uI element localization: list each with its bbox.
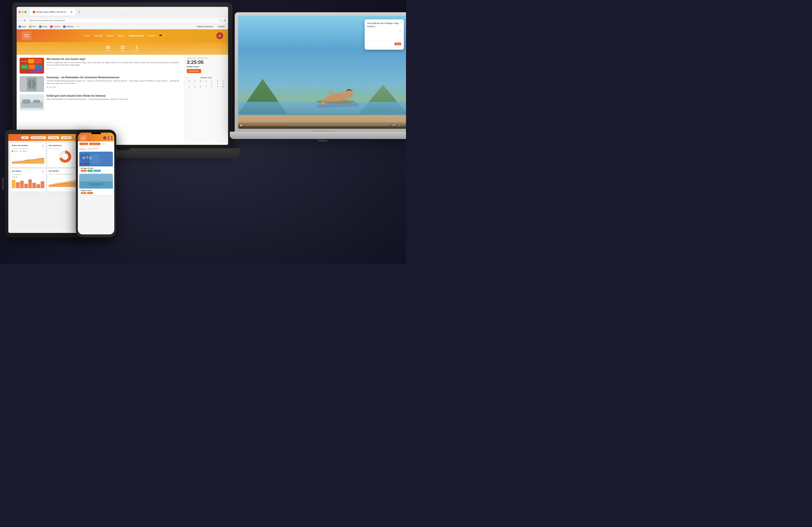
fullscreen-icon[interactable]: ⛶ bbox=[403, 124, 405, 127]
x-axis-label-3: Jul 21 bbox=[31, 164, 34, 166]
leseliste[interactable]: Leseliste bbox=[216, 25, 226, 28]
phone-menu-icon[interactable] bbox=[108, 136, 112, 140]
interval-selector[interactable]: Interval ▾ bbox=[12, 148, 18, 149]
nav-home[interactable]: Home bbox=[84, 34, 90, 37]
laptop-notch bbox=[115, 148, 130, 150]
bar-3 bbox=[20, 181, 24, 188]
star-icon[interactable]: ☆ bbox=[220, 19, 222, 22]
tablet-nav-360[interactable]: 360° bbox=[21, 136, 29, 139]
course-card-1[interactable]: 2022 10:00 40 days of sum... Keine Gesu … bbox=[79, 152, 113, 173]
join-button[interactable]: teilnehmen bbox=[187, 69, 201, 73]
nav-galerie[interactable]: Galerie bbox=[106, 34, 114, 37]
bookmark-miro[interactable]: Miro bbox=[29, 26, 36, 28]
volume-icon[interactable]: 🔊 bbox=[398, 124, 401, 127]
article-1-stars[interactable]: ☆☆☆☆☆ bbox=[46, 68, 181, 70]
interval-selector-2[interactable]: Interval ▾ bbox=[55, 174, 61, 175]
browser-tab[interactable]: Fitness goes Office | we like to ... × bbox=[30, 9, 75, 15]
nav-administration[interactable]: Administration bbox=[129, 34, 144, 37]
chat-input[interactable] bbox=[369, 43, 394, 45]
minimize-btn[interactable] bbox=[21, 11, 24, 13]
group-selector-2[interactable]: Group ▾ bbox=[49, 174, 54, 175]
tag-keine-2[interactable]: Keine bbox=[87, 192, 93, 194]
toggle-gesehen[interactable]: bereits gesehen bbox=[87, 148, 98, 150]
tag-rucken[interactable]: Rücken bbox=[94, 170, 101, 172]
tablet-nav-berichte[interactable]: Berichte bbox=[61, 136, 72, 139]
video-background: ▶ 0:30 🔊 ⛶ × Viel Spaß bei der heutigen … bbox=[238, 16, 406, 129]
normalization-selector-3[interactable]: Normalization ▾ bbox=[62, 174, 72, 175]
user-avatar[interactable]: A bbox=[216, 32, 223, 39]
tab-close-icon[interactable]: × bbox=[71, 11, 72, 13]
normalization-selector-2[interactable]: Normalization ▾ bbox=[12, 174, 22, 175]
bookmark-webdev[interactable]: WebDev bbox=[63, 26, 74, 28]
weitere-leseleichen[interactable]: Weitere Lesezeichen bbox=[195, 25, 214, 28]
site-logo[interactable]: fitness office bbox=[21, 31, 31, 40]
video-progress-bar[interactable] bbox=[245, 125, 390, 126]
article-2-title[interactable]: Schonung – ein Risikofaktor für chronisc… bbox=[46, 76, 181, 79]
phone-volume-button[interactable] bbox=[116, 149, 117, 157]
filter-close[interactable]: × bbox=[102, 143, 106, 145]
group-selector[interactable]: Group ▾ bbox=[54, 148, 59, 149]
tag-gesu[interactable]: Gesu bbox=[87, 170, 93, 172]
address-input[interactable]: fgo-vue-dev.azurewebsites.net/newsfeed bbox=[27, 18, 219, 23]
course-card-2[interactable]: Active Lunch Hilfm Keine bbox=[79, 174, 113, 195]
filter-frauensport[interactable]: Frauensport bbox=[89, 143, 100, 145]
filter-sonntag[interactable]: Sonntag bbox=[79, 143, 88, 145]
back-btn[interactable]: ‹ bbox=[19, 19, 19, 22]
article-1-title[interactable]: Wie komme ich vom Zucker weg? bbox=[46, 58, 181, 60]
article-3-title[interactable]: Schlaf gut! (und reduziere Dein Risiko f… bbox=[46, 94, 181, 97]
legend-active: Active bbox=[12, 150, 18, 152]
bookmark-apps[interactable]: Apps bbox=[19, 26, 26, 28]
play-icon[interactable]: ▶ bbox=[241, 124, 243, 127]
chat-message-time: Vic bbox=[367, 30, 401, 32]
cal-prev[interactable]: ‹ bbox=[187, 76, 187, 79]
cal-1[interactable]: 1 bbox=[209, 83, 214, 85]
new-tab-btn[interactable]: + bbox=[78, 10, 80, 14]
user-status-info-icon[interactable]: i bbox=[41, 170, 44, 173]
bookmark-content[interactable]: Content bbox=[50, 26, 60, 28]
tablet-content-grid: Active user timeline i Interval ▾ Normal… bbox=[8, 141, 85, 193]
toggle-favoriten[interactable]: Favoriten bbox=[79, 148, 85, 150]
cal-4[interactable]: 4 bbox=[187, 85, 192, 88]
cal-3[interactable]: 3 bbox=[220, 83, 226, 85]
active-user-info-icon[interactable]: i bbox=[41, 144, 44, 147]
bookmark-study[interactable]: Study bbox=[39, 26, 47, 28]
extensions-icon[interactable]: ⚙ bbox=[224, 19, 226, 22]
nav-wissen[interactable]: Wissen bbox=[117, 34, 125, 37]
chart-legend: Active Inactive bbox=[12, 150, 44, 152]
active-label: Active bbox=[14, 150, 18, 152]
article-2-stars[interactable]: ★★★★★ bbox=[46, 86, 181, 88]
cal-7[interactable]: 7 bbox=[204, 85, 209, 88]
chat-close-icon[interactable]: × bbox=[401, 21, 402, 24]
phone-logo-line2: office bbox=[82, 138, 85, 139]
nav-flag[interactable]: 🇩🇪 ▾ bbox=[159, 34, 164, 37]
cal-10[interactable]: 10 bbox=[220, 85, 226, 88]
close-btn[interactable] bbox=[19, 11, 20, 13]
cal-9[interactable]: 9 bbox=[215, 85, 220, 88]
svg-text:DUPLO: DUPLO bbox=[22, 66, 26, 68]
chat-send-button[interactable]: send bbox=[394, 43, 401, 45]
tablet-nav-leistung[interactable]: Leistung bbox=[48, 136, 59, 139]
refresh-btn[interactable]: ↻ bbox=[24, 19, 26, 22]
forward-btn[interactable]: › bbox=[21, 19, 22, 22]
info-selector[interactable]: Info ▾ bbox=[49, 148, 53, 149]
cal-next[interactable]: › bbox=[225, 76, 226, 79]
tablet-nav-kontinuierlich[interactable]: Kontinuierlich bbox=[31, 136, 46, 139]
phone-filter-row: Sonntag Frauensport × bbox=[78, 142, 114, 146]
normalization-selector[interactable]: Normalization ▾ bbox=[19, 148, 29, 149]
nav-firma[interactable]: Firma ▾ bbox=[148, 34, 156, 37]
show-chart-label[interactable]: ↑↓ show chart bbox=[117, 7, 128, 10]
stat-tage: 12 Tage bbox=[120, 45, 125, 52]
nav-trainings[interactable]: Trainings bbox=[93, 34, 103, 37]
tablet-home-button[interactable] bbox=[2, 177, 4, 190]
tag-hilfm[interactable]: Hilfm bbox=[81, 192, 86, 194]
maximize-btn[interactable] bbox=[25, 11, 26, 13]
bookmark-star[interactable]: ⭐ bbox=[77, 26, 79, 28]
course-1-thumb: 2022 10:00 bbox=[79, 152, 113, 166]
cal-8[interactable]: 8 bbox=[209, 85, 214, 88]
tablet-body: 360° Kontinuierlich Leistung Berichte Ac… bbox=[5, 130, 88, 237]
cal-5[interactable]: 5 bbox=[192, 85, 198, 88]
cal-6[interactable]: 6 bbox=[198, 85, 203, 88]
tag-keine[interactable]: Keine bbox=[81, 170, 87, 172]
phone-avatar[interactable] bbox=[103, 136, 107, 140]
cal-2[interactable]: 2 bbox=[215, 83, 220, 85]
